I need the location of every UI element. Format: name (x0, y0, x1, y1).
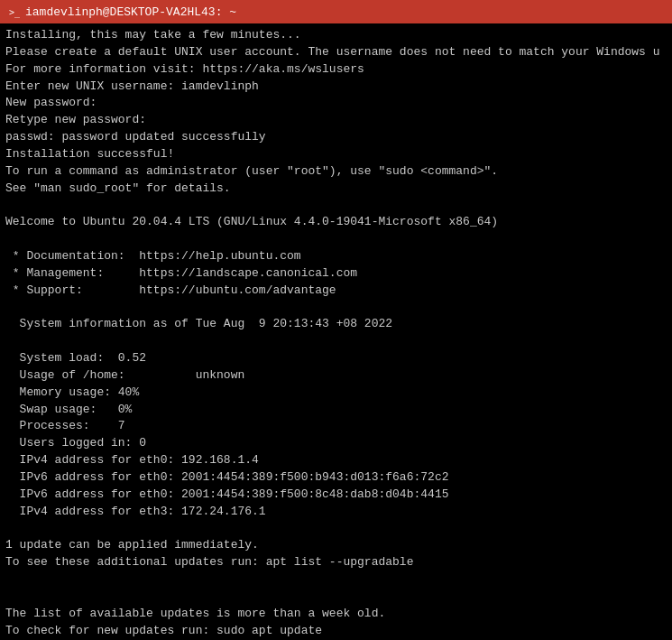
terminal-body[interactable]: Installing, this may take a few minutes.… (0, 23, 672, 640)
terminal-icon: >_ (7, 5, 20, 18)
svg-text:>_: >_ (9, 7, 20, 18)
title-bar: >_ iamdevlinph@DESKTOP-VA2HL43: ~ (0, 0, 672, 23)
window-title: iamdevlinph@DESKTOP-VA2HL43: ~ (25, 5, 236, 19)
